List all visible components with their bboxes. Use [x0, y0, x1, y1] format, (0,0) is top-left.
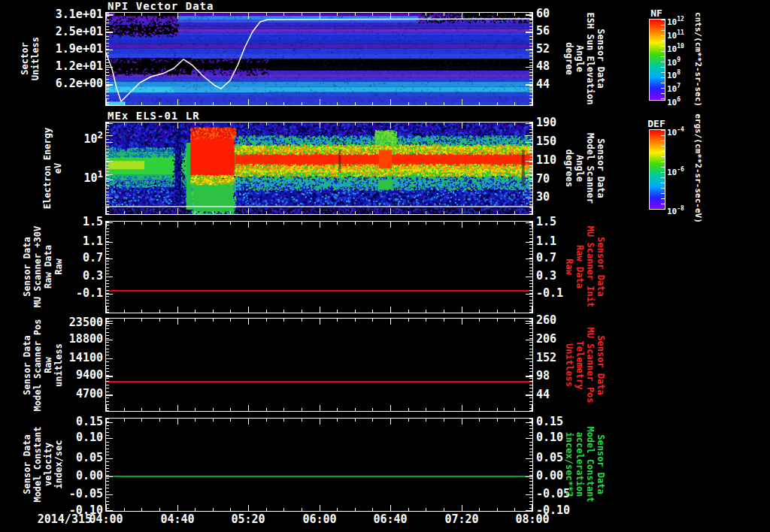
plot-figure: 2014/315 NPI Vector Data3.1e+012.5e+011.…: [0, 0, 770, 532]
panel-title-npi: NPI Vector Data: [108, 0, 214, 12]
panel-velocity: [105, 418, 533, 512]
right-axis-label-npi: Sensor Data ESH Sun Elevation Angle degr…: [564, 13, 606, 105]
y-tick-label-right: 260: [536, 315, 619, 326]
colorbar-hash-def: [661, 130, 665, 209]
colorbar-tick-nf: 1010: [667, 42, 684, 53]
y-axis-label-velocity: Sensor Data Model Constant velocity inde…: [22, 426, 64, 502]
right-axis-label-velocity: Sensor Data Model Constant acceleration …: [564, 426, 606, 502]
y-tick-label-right: 190: [536, 117, 619, 128]
y-axis-label-scanpos: Sensor Data Model Scanner Pos Raw unitle…: [22, 319, 64, 412]
colorbar-tick-def: 10-6: [667, 165, 684, 177]
colorbar-units-nf: cnts/(cm**2-sr-sec): [693, 12, 703, 107]
colorbar-def: [649, 129, 665, 210]
panel-title-els: MEx ELS-01 LR: [108, 110, 200, 122]
els-spectrogram-canvas: [106, 122, 532, 214]
colorbar-tick-def: 10-4: [667, 125, 684, 137]
colorbar-units-def: ergs/(cm**2-sr-sec-eV): [693, 113, 703, 223]
colorbar-hash-nf: [661, 20, 665, 100]
y-tick-label-left: 3.1e+01: [19, 9, 103, 20]
x-tick-label: 05:20: [218, 512, 278, 526]
colorbar-tick-nf: 1012: [667, 15, 684, 26]
npi-spectrogram-canvas: [106, 13, 532, 105]
colorbar-tick-nf: 1011: [667, 29, 684, 40]
colorbar-tick-nf: 107: [667, 82, 681, 93]
x-tick-label: 08:00: [502, 512, 562, 526]
panel-npi: [105, 12, 533, 106]
y-tick-label-left: 2.5e+01: [19, 26, 103, 38]
velocity-line-canvas: [106, 419, 532, 511]
x-tick-label: 04:00: [76, 512, 136, 526]
colorbar-nf: [649, 19, 665, 101]
colorbar-tick-def: 10-8: [667, 204, 684, 216]
x-tick-label: 06:00: [290, 512, 350, 526]
scanpos-line-canvas: [106, 319, 532, 411]
right-axis-label-mu30v: Sensor Data MU Scanner Init Raw Data Raw: [564, 226, 606, 307]
colorbar-tick-nf: 108: [667, 68, 681, 80]
y-axis-label-mu30v: Sensor Data MU Scanner +30V Raw Data Raw: [22, 226, 64, 307]
x-tick-label: 06:40: [360, 512, 420, 526]
colorbar-tick-nf: 106: [667, 95, 681, 107]
x-tick-label: 07:20: [432, 512, 492, 526]
panel-els: [105, 122, 533, 215]
right-axis-label-els: Sensor Data Model Scanner Angle degrees: [564, 133, 606, 204]
x-tick-label: 04:40: [147, 512, 208, 526]
panel-mu30v: [105, 221, 533, 313]
panel-scanpos: [105, 318, 533, 412]
colorbar-tick-nf: 109: [667, 56, 681, 67]
y-axis-label-els: Electron Energy eV: [42, 128, 63, 209]
y-axis-label-npi: Sector Unitless: [20, 37, 41, 80]
mu30v-line-canvas: [106, 222, 532, 313]
right-axis-label-scanpos: Sensor Data MU Scanner Pos Telemetry Uni…: [564, 327, 606, 403]
